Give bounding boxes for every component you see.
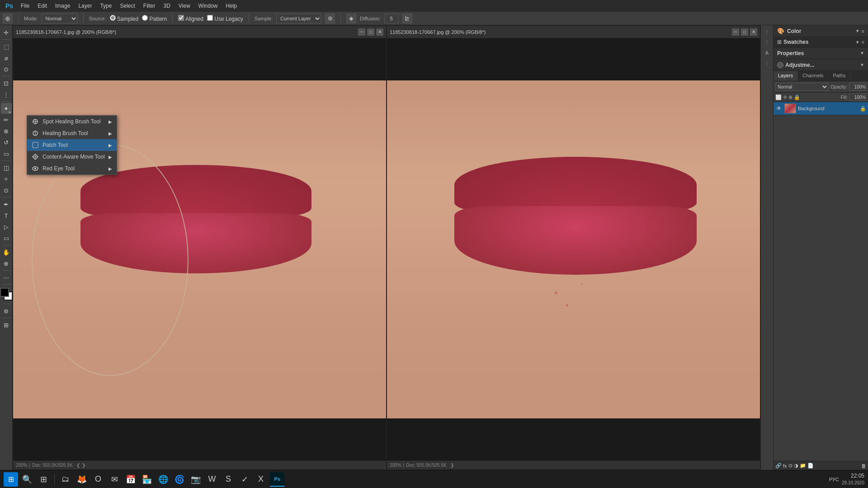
scroll-right-btn[interactable]: ❯ bbox=[82, 463, 85, 468]
brush-tool[interactable]: ✏ bbox=[1, 114, 12, 125]
menu-view[interactable]: View bbox=[175, 2, 194, 10]
lock-artboard-icon[interactable]: ⊕ bbox=[788, 94, 793, 100]
flyout-patch-tool[interactable]: Patch Tool ▶ bbox=[27, 139, 117, 151]
hand-tool[interactable]: ✋ bbox=[1, 247, 12, 258]
link-layers-btn[interactable]: 🔗 bbox=[775, 463, 782, 469]
taskbar-ie[interactable]: 🌐 bbox=[156, 472, 170, 487]
add-adjustment-btn[interactable]: ◑ bbox=[794, 463, 798, 469]
use-legacy-checkbox[interactable] bbox=[207, 15, 213, 21]
taskbar-photo[interactable]: 📷 bbox=[189, 472, 203, 487]
crop-tool[interactable]: ⊡ bbox=[1, 78, 12, 89]
flyout-healing-brush[interactable]: Healing Brush Tool ▶ bbox=[27, 127, 117, 139]
diffusion-slider-icon[interactable]: ⊵ bbox=[402, 14, 412, 23]
taskbar-todo[interactable]: ✓ bbox=[237, 472, 252, 487]
mode-select[interactable]: Normal bbox=[42, 14, 78, 23]
side-btn-4[interactable]: ⋮ bbox=[762, 58, 772, 68]
scroll-btn-right[interactable]: ❯ bbox=[450, 463, 454, 468]
side-btn-2[interactable]: ⋮ bbox=[762, 38, 772, 47]
taskbar-word[interactable]: W bbox=[205, 472, 219, 487]
doc-maximize-right[interactable]: □ bbox=[741, 28, 748, 36]
history-brush-tool[interactable]: ↺ bbox=[1, 137, 12, 148]
flyout-red-eye[interactable]: Red Eye Tool ▶ bbox=[27, 163, 117, 174]
pen-tool[interactable]: ✒ bbox=[1, 199, 12, 210]
lock-pixels-icon[interactable]: ⬜ bbox=[775, 94, 782, 100]
blend-mode-select[interactable]: Normal bbox=[775, 83, 829, 91]
aligned-checkbox[interactable] bbox=[178, 15, 184, 21]
flyout-spot-healing[interactable]: Spot Healing Brush Tool ▶ bbox=[27, 116, 117, 127]
lock-move-icon[interactable]: ✛ bbox=[783, 94, 787, 100]
diffusion-input[interactable] bbox=[384, 14, 399, 23]
taskbar-explorer[interactable]: 🗂 bbox=[58, 472, 73, 487]
doc-close-left[interactable]: ✕ bbox=[376, 28, 383, 36]
patch-tool-icon[interactable]: ⊕ bbox=[3, 14, 13, 23]
swatches-panel-menu[interactable]: ≡ bbox=[862, 39, 864, 45]
sample-select[interactable]: Current Layer bbox=[276, 14, 321, 23]
source-sampled-radio[interactable] bbox=[110, 15, 116, 21]
delete-layer-btn[interactable]: 🗑 bbox=[861, 463, 866, 469]
doc-maximize-left[interactable]: □ bbox=[367, 28, 374, 36]
tab-channels[interactable]: Channels bbox=[798, 71, 828, 81]
taskbar-firefox[interactable]: 🦊 bbox=[75, 472, 89, 487]
marquee-tool[interactable]: ⬚ bbox=[1, 41, 12, 52]
menu-window[interactable]: Window bbox=[195, 2, 222, 10]
taskbar-store[interactable]: 🏪 bbox=[140, 472, 154, 487]
side-btn-3[interactable]: A bbox=[762, 48, 772, 58]
taskbar-chrome[interactable]: 🌀 bbox=[172, 472, 187, 487]
adjustments-collapse[interactable]: ▼ bbox=[860, 62, 864, 67]
scroll-left-btn[interactable]: ❮ bbox=[76, 463, 80, 468]
start-button[interactable]: ⊞ bbox=[4, 472, 18, 487]
fill-input[interactable] bbox=[849, 94, 866, 101]
menu-edit[interactable]: Edit bbox=[34, 2, 51, 10]
more-tools[interactable]: ⋯ bbox=[1, 272, 12, 283]
tab-layers[interactable]: Layers bbox=[774, 71, 798, 81]
doc-minimize-right[interactable]: ─ bbox=[732, 28, 739, 36]
add-group-btn[interactable]: 📁 bbox=[800, 463, 806, 469]
screen-mode-tool[interactable]: ⊞ bbox=[1, 319, 12, 330]
sample-icon[interactable]: ⊛ bbox=[325, 14, 335, 23]
color-panel-menu[interactable]: ≡ bbox=[862, 28, 864, 34]
path-select-tool[interactable]: ▷ bbox=[1, 221, 12, 232]
menu-type[interactable]: Type bbox=[96, 2, 115, 10]
lasso-tool[interactable]: ⌀ bbox=[1, 52, 12, 63]
menu-layer[interactable]: Layer bbox=[75, 2, 95, 10]
taskview-taskbar[interactable]: ⊞ bbox=[36, 472, 51, 487]
menu-help[interactable]: Help bbox=[222, 2, 241, 10]
menu-filter[interactable]: Filter bbox=[140, 2, 159, 10]
menu-3d[interactable]: 3D bbox=[160, 2, 174, 10]
blur-tool[interactable]: ⟡ bbox=[1, 174, 12, 184]
healing-brush-tool[interactable]: ✦▶ bbox=[1, 103, 12, 114]
source-pattern-radio[interactable] bbox=[142, 15, 148, 21]
clone-stamp-tool[interactable]: ⊕ bbox=[1, 126, 12, 136]
taskbar-mail[interactable]: ✉ bbox=[107, 472, 122, 487]
eyedropper-tool[interactable]: ⋮ bbox=[1, 89, 12, 100]
properties-collapse[interactable]: ▼ bbox=[860, 51, 864, 56]
taskbar-photoshop[interactable]: Ps bbox=[270, 472, 284, 487]
menu-select[interactable]: Select bbox=[116, 2, 138, 10]
add-style-btn[interactable]: fx bbox=[783, 463, 787, 469]
layer-item-background[interactable]: 👁 Background 🔒 bbox=[774, 102, 868, 115]
add-mask-btn[interactable]: ⊙ bbox=[788, 463, 793, 469]
lock-all-icon[interactable]: 🔒 bbox=[794, 94, 800, 100]
color-boxes[interactable] bbox=[0, 288, 13, 300]
quick-mask-tool[interactable]: ⊚ bbox=[1, 305, 12, 316]
quick-select-tool[interactable]: ⊙ bbox=[1, 64, 12, 75]
swatches-panel-collapse[interactable]: ▼ bbox=[855, 40, 860, 45]
search-taskbar[interactable]: 🔍 bbox=[20, 472, 34, 487]
taskbar-excel[interactable]: X bbox=[254, 472, 268, 487]
tab-paths[interactable]: Paths bbox=[829, 71, 851, 81]
taskbar-skype[interactable]: S bbox=[221, 472, 236, 487]
color-panel-collapse[interactable]: ▼ bbox=[855, 28, 860, 34]
taskbar-opera[interactable]: O bbox=[91, 472, 105, 487]
move-tool[interactable]: ✛ bbox=[1, 27, 12, 38]
gradient-tool[interactable]: ◫ bbox=[1, 162, 12, 173]
text-tool[interactable]: T bbox=[1, 210, 12, 221]
flyout-content-aware-move[interactable]: Content-Aware Move Tool ▶ bbox=[27, 151, 117, 163]
eraser-tool[interactable]: ▭ bbox=[1, 148, 12, 159]
menu-file[interactable]: File bbox=[17, 2, 33, 10]
diffuse-icon[interactable]: ◈ bbox=[346, 14, 356, 23]
opacity-input[interactable] bbox=[849, 83, 866, 91]
doc-minimize-left[interactable]: ─ bbox=[358, 28, 365, 36]
dodge-tool[interactable]: ⊙ bbox=[1, 185, 12, 196]
shape-tool[interactable]: ▭ bbox=[1, 233, 12, 244]
add-layer-btn[interactable]: 📄 bbox=[807, 463, 814, 469]
